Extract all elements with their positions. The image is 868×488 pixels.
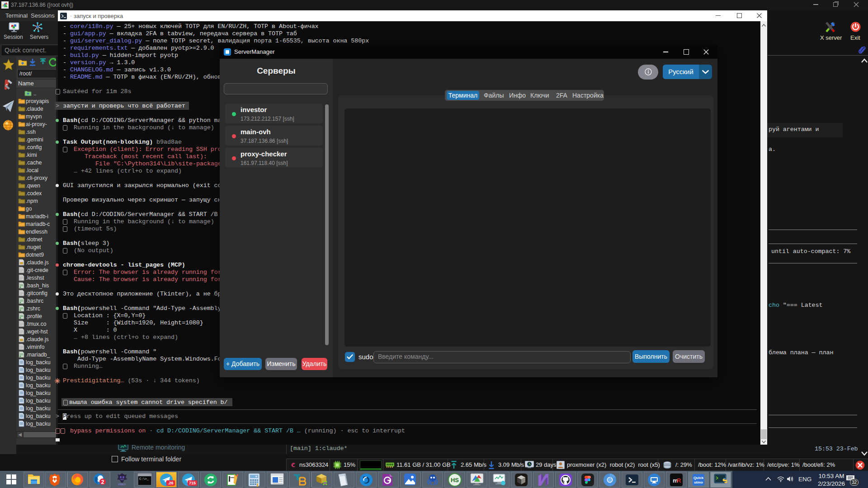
svg-text:FRKY: FRKY (118, 483, 126, 486)
svg-text:HS: HS (451, 477, 459, 483)
svg-text:2: 2 (101, 479, 104, 485)
svg-text:C:\>_: C:\>_ (139, 477, 149, 481)
svg-text:utmo: utmo (694, 480, 703, 484)
svg-text:Quick: Quick (693, 476, 704, 480)
svg-text:R: R (677, 477, 681, 484)
